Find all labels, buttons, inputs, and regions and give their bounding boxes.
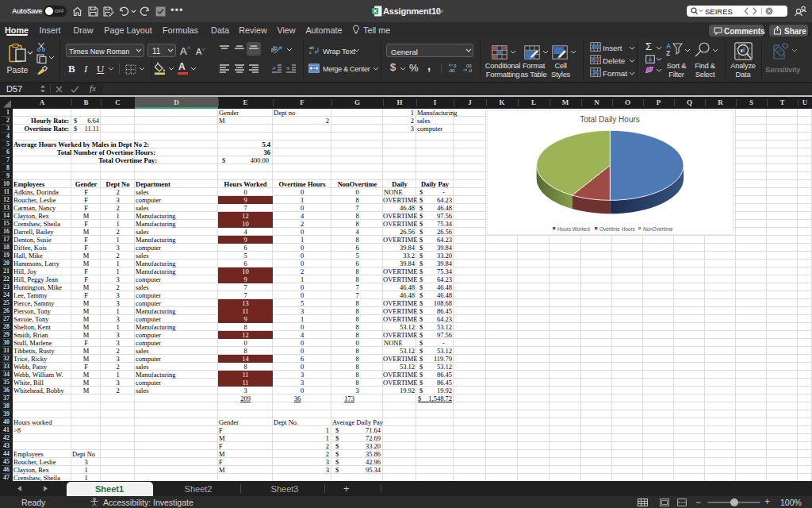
svg-text:.00: .00 (448, 68, 455, 73)
svg-text:c: c (309, 50, 312, 55)
svg-text:.0: .0 (468, 68, 473, 73)
svg-text:Total Daily Hours: Total Daily Hours (580, 115, 640, 124)
svg-text:NonOvertime: NonOvertime (643, 226, 673, 232)
svg-text:Hours Worked: Hours Worked (557, 226, 590, 232)
svg-text:Overtime Hours: Overtime Hours (599, 226, 635, 232)
